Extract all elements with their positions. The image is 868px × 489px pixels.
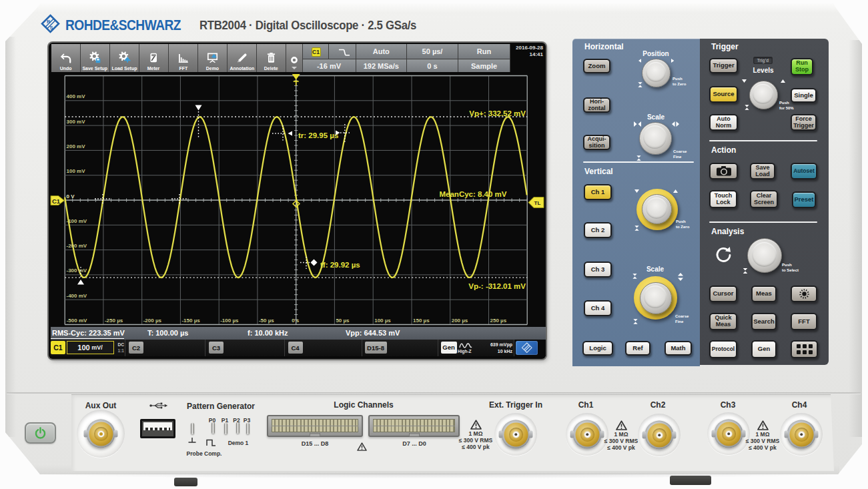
svg-text:Vp-: -312.01 mV: Vp-: -312.01 mV — [468, 282, 526, 290]
svg-text:50 µs: 50 µs — [336, 318, 350, 324]
svg-text:100 µs: 100 µs — [374, 318, 391, 324]
svg-text:tr: 29.95 µs: tr: 29.95 µs — [298, 131, 338, 139]
svg-text:-100 µs: -100 µs — [220, 318, 239, 324]
svg-text:-500 mV: -500 mV — [67, 318, 87, 324]
svg-text:-200 µs: -200 µs — [143, 318, 162, 324]
svg-text:0 s: 0 s — [292, 318, 300, 324]
svg-text:C1: C1 — [52, 197, 61, 205]
svg-text:-50 µs: -50 µs — [259, 318, 274, 324]
svg-text:-250 µs: -250 µs — [105, 318, 123, 324]
svg-text:-200 mV: -200 mV — [67, 243, 87, 249]
svg-text:200 mV: 200 mV — [67, 143, 86, 149]
svg-text:200 µs: 200 µs — [452, 318, 468, 324]
svg-text:R: R — [47, 19, 51, 25]
svg-text:tf: 29.92 µs: tf: 29.92 µs — [320, 261, 360, 269]
svg-text:-100 mV: -100 mV — [67, 218, 87, 224]
svg-text:-300 mV: -300 mV — [67, 268, 87, 274]
svg-text:100 mV: 100 mV — [67, 168, 86, 174]
svg-text:300 mV: 300 mV — [67, 119, 86, 125]
svg-text:150 µs: 150 µs — [413, 318, 430, 324]
svg-text:-400 mV: -400 mV — [67, 293, 87, 299]
svg-text:MeanCyc: 8.40 mV: MeanCyc: 8.40 mV — [440, 190, 507, 198]
svg-text:-150 µs: -150 µs — [181, 318, 200, 324]
svg-text:TL: TL — [534, 200, 541, 206]
svg-text:400 mV: 400 mV — [67, 93, 86, 99]
svg-text:0 V: 0 V — [67, 193, 75, 199]
svg-text:250 µs: 250 µs — [490, 318, 507, 324]
svg-text:Vp+: 332.52 mV: Vp+: 332.52 mV — [469, 109, 526, 117]
svg-text:S: S — [50, 25, 53, 31]
